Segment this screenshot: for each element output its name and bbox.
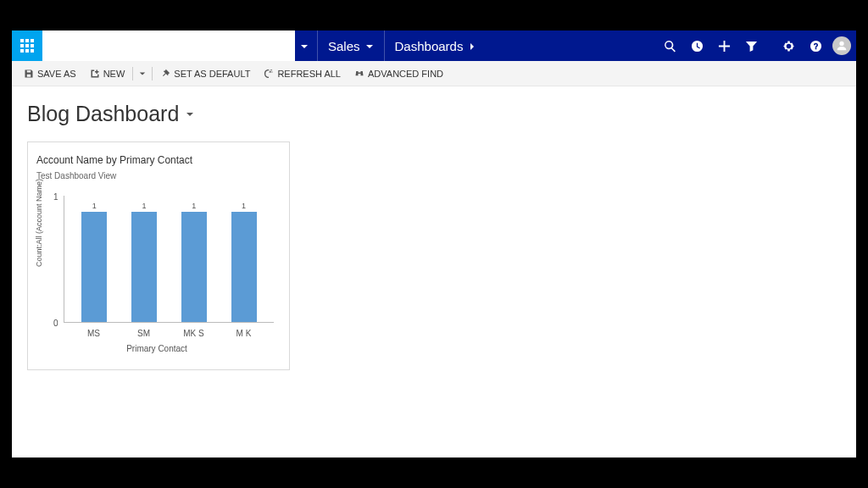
pin-icon [160,69,170,79]
bar-rect [181,212,207,322]
cmd-refresh-all[interactable]: REFRESH ALL [257,61,348,86]
cmd-label: NEW [103,69,125,79]
new-record-button[interactable] [710,30,737,61]
chart-subtitle: Test Dashboard View [36,171,281,180]
x-tick-label: SM [125,329,163,338]
bar-value-label: 1 [192,202,196,210]
chevron-down-icon [186,107,194,122]
bar-rect [81,212,107,322]
bar-value-label: 1 [92,202,97,210]
nav-subarea-label: Dashboards [395,39,464,53]
dashboard-title-selector[interactable]: Blog Dashboard [27,102,841,126]
chevron-right-icon [468,39,476,53]
bar-rect [131,212,157,322]
x-tick-label: MK S [175,329,213,338]
y-tick: 1 [53,192,58,202]
help-button[interactable] [802,30,829,61]
cmd-separator [132,67,133,80]
global-nav: Sales Dashboards [12,30,856,61]
nav-logo-gap [42,30,295,61]
app-launcher[interactable] [12,30,42,61]
x-ticks: MSSMMK SM K [64,329,274,338]
bar[interactable]: 1 [175,202,213,322]
cmd-new-dropdown[interactable] [134,61,151,86]
y-axis-label: Count:All (Account Name) [35,179,43,267]
gear-icon [782,40,795,53]
bar-rect [231,212,257,322]
cmd-advanced-find[interactable]: ADVANCED FIND [348,61,450,86]
cmd-label: REFRESH ALL [277,69,341,79]
bar[interactable]: 1 [125,202,163,322]
plus-icon [718,40,731,53]
bar[interactable]: 1 [225,202,263,322]
bar-value-label: 1 [242,202,246,210]
clock-icon [691,40,704,53]
x-axis-label: Primary Contact [36,344,277,353]
search-button[interactable] [656,30,683,61]
chevron-down-icon [300,39,309,53]
nav-area-label: Sales [328,39,360,53]
chart-card: Account Name by Primary Contact Test Das… [27,141,290,370]
cmd-label: SAVE AS [37,69,76,79]
command-bar: SAVE AS NEW SET AS DEFAULT REFRESH ALL A… [12,61,856,86]
page-title: Blog Dashboard [27,102,179,126]
question-icon [810,40,822,53]
area-dropdown-toggle[interactable] [295,30,317,61]
chevron-down-icon [365,39,374,53]
search-icon [664,40,676,53]
nav-subarea[interactable]: Dashboards [385,30,487,61]
chevron-down-icon [139,70,146,77]
user-avatar[interactable] [832,36,851,55]
x-tick-label: MS [75,329,113,338]
binoculars-icon [354,69,364,79]
bar[interactable]: 1 [75,202,113,322]
app-frame: Sales Dashboards [12,30,856,458]
nav-area[interactable]: Sales [318,30,384,61]
cmd-label: SET AS DEFAULT [174,69,250,79]
cmd-separator [152,67,153,80]
refresh-icon [264,69,274,79]
chart-title: Account Name by Primary Contact [36,154,281,166]
nav-right [656,30,856,61]
cmd-save-as[interactable]: SAVE AS [17,61,83,86]
cmd-label: ADVANCED FIND [368,69,443,79]
bar-value-label: 1 [142,202,147,210]
x-tick-label: M K [225,329,263,338]
cmd-set-default[interactable]: SET AS DEFAULT [153,61,257,86]
cmd-new[interactable]: NEW [83,61,132,86]
plot-area: 1111 [64,196,274,323]
save-icon [24,69,34,79]
person-icon [836,40,848,52]
filter-button[interactable] [737,30,765,61]
y-tick: 0 [53,319,58,328]
new-icon [90,69,100,79]
funnel-icon [745,40,758,53]
content-area: Blog Dashboard Account Name by Primary C… [12,86,856,385]
recent-button[interactable] [683,30,710,61]
bars-container: 1111 [64,196,274,322]
chart: Count:All (Account Name) 1 0 1111 MSSMMK… [36,187,277,355]
settings-button[interactable] [775,30,802,61]
waffle-icon [20,39,34,53]
